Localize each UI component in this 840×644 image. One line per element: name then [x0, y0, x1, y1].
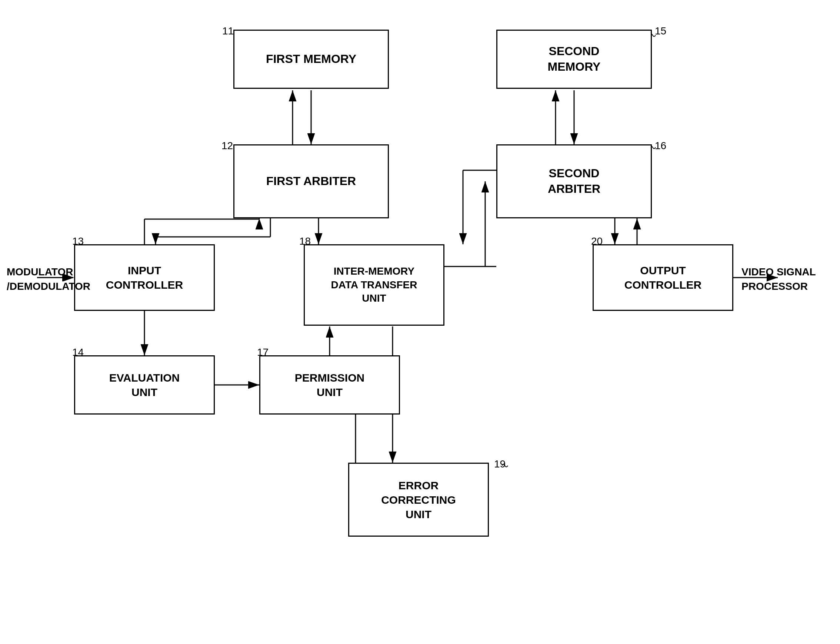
second-arbiter-box: SECONDARBITER — [496, 145, 652, 219]
ref-17: 17 — [257, 347, 268, 358]
ref-18: 18 — [299, 235, 311, 247]
ref-15: 15 — [655, 25, 666, 37]
modulator-label: MODULATOR/DEMODULATOR — [7, 264, 91, 294]
inter-memory-label: INTER-MEMORYDATA TRANSFERUNIT — [331, 264, 417, 305]
ref-13: 13 — [72, 235, 84, 247]
error-correcting-label: ERRORCORRECTINGUNIT — [381, 478, 456, 521]
video-signal-label: VIDEO SIGNALPROCESSOR — [741, 264, 816, 294]
ref-19: 19 — [494, 458, 506, 470]
permission-unit-label: PERMISSIONUNIT — [295, 370, 364, 399]
second-memory-label: SECONDMEMORY — [548, 44, 601, 74]
evaluation-unit-box: EVALUATIONUNIT — [74, 355, 215, 414]
evaluation-unit-label: EVALUATIONUNIT — [109, 370, 180, 399]
second-memory-box: SECONDMEMORY — [496, 30, 652, 89]
inter-memory-box: INTER-MEMORYDATA TRANSFERUNIT — [304, 244, 445, 326]
error-correcting-box: ERRORCORRECTINGUNIT — [348, 463, 489, 537]
second-arbiter-label: SECONDARBITER — [548, 166, 600, 197]
output-controller-label: OUTPUTCONTROLLER — [624, 263, 702, 292]
input-controller-box: INPUTCONTROLLER — [74, 244, 215, 311]
diagram-container: FIRST MEMORY SECONDMEMORY FIRST ARBITER … — [0, 0, 840, 644]
ref-14: 14 — [72, 347, 84, 358]
ref-20: 20 — [591, 235, 603, 247]
input-controller-label: INPUTCONTROLLER — [106, 263, 183, 292]
permission-unit-box: PERMISSIONUNIT — [259, 355, 400, 414]
first-arbiter-box: FIRST ARBITER — [233, 145, 389, 219]
output-controller-box: OUTPUTCONTROLLER — [593, 244, 733, 311]
ref-12: 12 — [221, 140, 233, 152]
first-memory-box: FIRST MEMORY — [233, 30, 389, 89]
ref-16: 16 — [655, 140, 666, 152]
ref-11: 11 — [222, 25, 234, 37]
